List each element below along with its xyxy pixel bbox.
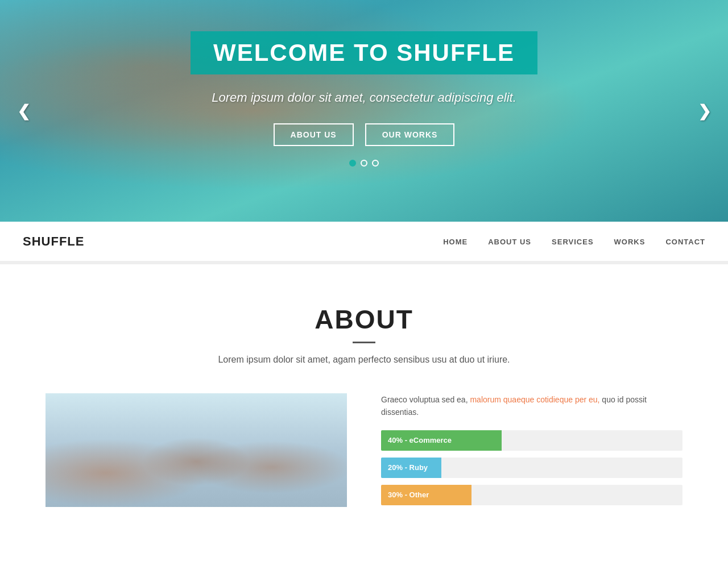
dot-3[interactable] [372,160,379,167]
navbar-brand: SHUFFLE [23,234,84,249]
about-description: Graeco voluptua sed ea, malorum quaeque … [381,393,682,419]
hero-dots [349,160,379,167]
about-subtitle: Lorem ipsum dolor sit amet, agam perfect… [46,355,682,365]
hero-title: WELCOME TO SHUFFLE [213,39,515,66]
nav-item-contact[interactable]: CONTACT [665,236,705,247]
progress-ecommerce-label: 40% - eCommerce [388,436,452,444]
progress-other: 30% - Other [381,485,682,505]
progress-bar-ecommerce-wrapper: 40% - eCommerce [381,430,682,451]
nav-link-works[interactable]: WORKS [614,238,646,246]
hero-content: WELCOME TO SHUFFLE Lorem ipsum dolor sit… [0,0,728,222]
nav-item-services[interactable]: SERVICES [552,236,594,247]
nav-link-about[interactable]: ABOUT US [488,238,531,246]
navbar-nav: HOME ABOUT US SERVICES WORKS CONTACT [443,236,705,247]
nav-link-contact[interactable]: CONTACT [665,238,705,246]
progress-ruby: 20% - Ruby [381,458,682,478]
navbar: SHUFFLE HOME ABOUT US SERVICES WORKS CON… [0,222,728,261]
progress-ecommerce: 40% - eCommerce [381,430,682,451]
progress-bar-other-fill: 30% - Other [381,485,471,505]
about-header: ABOUT Lorem ipsum dolor sit amet, agam p… [46,304,682,365]
progress-other-label: 30% - Other [388,490,429,499]
about-team-image [46,393,347,507]
dot-2[interactable] [361,160,367,167]
progress-bar-ruby-fill: 20% - Ruby [381,458,441,478]
hero-prev-button[interactable]: ❮ [11,96,36,126]
about-us-button[interactable]: ABOUT US [274,123,354,146]
hero-section: ❮ WELCOME TO SHUFFLE Lorem ipsum dolor s… [0,0,728,222]
dot-1[interactable] [349,160,356,167]
progress-bar-ecommerce-fill: 40% - eCommerce [381,430,502,451]
about-section: ABOUT Lorem ipsum dolor sit amet, agam p… [0,264,728,541]
about-content: Graeco voluptua sed ea, malorum quaeque … [46,393,682,512]
about-divider-line [353,342,375,343]
nav-item-works[interactable]: WORKS [614,236,646,247]
hero-next-button[interactable]: ❯ [692,96,717,126]
progress-bar-ruby-wrapper: 20% - Ruby [381,458,682,478]
progress-bar-other-wrapper: 30% - Other [381,485,682,505]
nav-link-home[interactable]: HOME [443,238,468,246]
hero-title-box: WELCOME TO SHUFFLE [191,31,537,74]
nav-item-about[interactable]: ABOUT US [488,236,531,247]
about-description-highlight: malorum quaeque cotidieque per eu, [470,395,599,404]
hero-buttons: ABOUT US OUR WORKS [274,123,455,146]
about-text-column: Graeco voluptua sed ea, malorum quaeque … [381,393,682,512]
nav-link-services[interactable]: SERVICES [552,238,594,246]
our-works-button[interactable]: OUR WORKS [365,123,455,146]
hero-subtitle: Lorem ipsum dolor sit amet, consectetur … [212,90,516,105]
nav-item-home[interactable]: HOME [443,236,468,247]
progress-ruby-label: 20% - Ruby [388,463,428,472]
about-title: ABOUT [46,304,682,335]
